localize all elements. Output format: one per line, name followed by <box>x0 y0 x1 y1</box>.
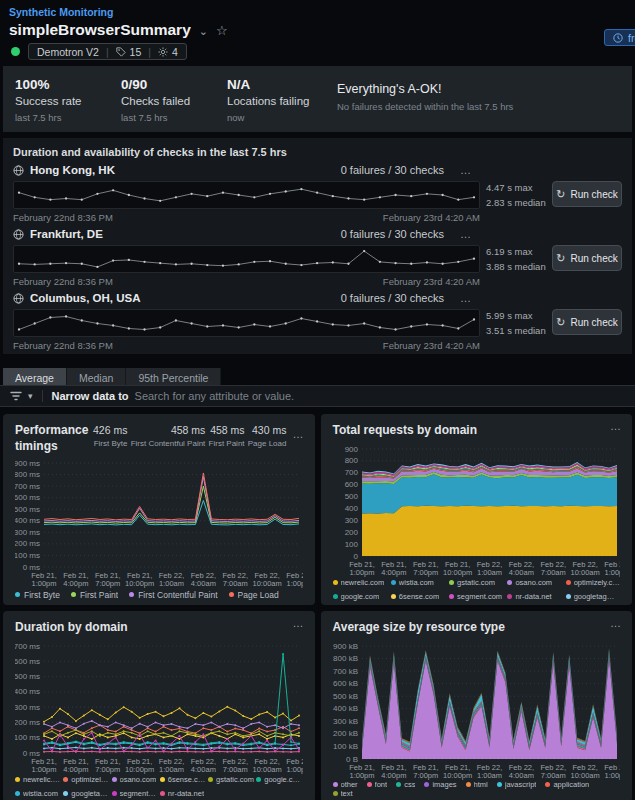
legend-item-gstatic-com[interactable]: gstatic.com <box>449 578 503 587</box>
legend-item-osano-com[interactable]: osano.com <box>507 578 561 587</box>
legend-item-googletag-com[interactable]: googletag.com <box>63 789 109 798</box>
time-picker-button[interactable]: fro <box>604 29 635 46</box>
legend-item-nr-data-net[interactable]: nr-data.net <box>160 789 206 798</box>
stat-sub: last 7.5 hrs <box>15 112 121 123</box>
legend-item-optimizely-com[interactable]: optimizely.com <box>63 775 109 784</box>
legend-dot <box>71 592 76 597</box>
svg-text:900: 900 <box>344 445 358 454</box>
divider <box>42 390 43 402</box>
legend-item-page-load[interactable]: Page Load <box>229 590 279 600</box>
legend-item-first-byte[interactable]: First Byte <box>15 590 60 600</box>
size-by-resource-chart[interactable]: 900 kB800 kB700 kB600 kB500 kB400 kB300 … <box>333 641 621 780</box>
legend-label: css <box>404 780 415 789</box>
location-sparkline[interactable] <box>13 181 480 209</box>
legend-item-osano-com[interactable]: osano.com <box>112 775 158 784</box>
panel-performance-timings: … Performance timings 426 msFirst Byte45… <box>3 414 315 605</box>
svg-text:4:00pm: 4:00pm <box>63 579 88 588</box>
performance-timings-chart[interactable]: 900 ms800 ms700 ms600 ms500 ms400 ms300 … <box>15 458 303 588</box>
panel-menu-button[interactable]: … <box>610 420 622 432</box>
metadata-count[interactable]: 4 <box>158 46 178 58</box>
favorite-star-button[interactable]: ☆ <box>216 23 228 38</box>
max-duration: 6.19 s max <box>486 246 546 257</box>
status-message-title: Everything's A-OK! <box>337 82 513 96</box>
legend-item-google-com[interactable]: google.com <box>256 775 302 784</box>
run-check-button[interactable]: ↻Run check <box>552 181 622 207</box>
legend-item-6sense-com[interactable]: 6sense.com <box>391 592 445 601</box>
tags-count[interactable]: 15 <box>116 46 142 58</box>
legend-item-6sense-com[interactable]: 6sense.com <box>160 775 206 784</box>
panel-menu-button[interactable]: … <box>610 617 622 629</box>
svg-text:7:00pm: 7:00pm <box>95 765 120 774</box>
legend-item-gstatic-com[interactable]: gstatic.com <box>208 775 254 784</box>
panel-title: Duration by domain <box>15 620 303 634</box>
location-sparkline[interactable] <box>13 309 480 337</box>
legend-dot <box>63 791 68 796</box>
legend-item-googletagman-com[interactable]: googletagman.com <box>566 592 620 601</box>
legend-item-first-paint[interactable]: First Paint <box>71 590 118 600</box>
legend-item-google-com[interactable]: google.com <box>333 592 387 601</box>
legend-item-javascript[interactable]: javascript <box>497 780 537 789</box>
total-requests-chart[interactable]: 9008007006005004003002001000Feb 21,1:00p… <box>333 444 621 577</box>
legend-item-application[interactable]: application <box>545 780 589 789</box>
account-name[interactable]: Demotron V2 <box>37 46 99 58</box>
spark-start-time: February 22nd 8:36 PM <box>13 212 113 222</box>
panel-duration-by-domain: … Duration by domain 700 ms600 ms500 ms4… <box>3 611 315 800</box>
funnel-icon[interactable] <box>10 391 22 401</box>
legend-label: gstatic.com <box>216 775 254 784</box>
svg-text:600: 600 <box>344 480 358 489</box>
spark-start-time: February 22nd 8:36 PM <box>13 340 113 350</box>
tab-95th-percentile[interactable]: 95th Percentile <box>126 368 221 385</box>
legend-dot <box>229 592 234 597</box>
legend-item-newrelic-com[interactable]: newrelic.com <box>15 775 61 784</box>
median-duration: 3.51 s median <box>486 325 546 336</box>
svg-text:1:00pm: 1:00pm <box>349 771 374 780</box>
location-menu-button[interactable]: … <box>460 294 472 302</box>
legend-dot <box>63 777 68 782</box>
legend-label: other <box>341 780 358 789</box>
legend-item-text[interactable]: text <box>333 789 353 798</box>
legend-item-segment-com[interactable]: segment.com <box>112 789 158 798</box>
location-sparkline[interactable] <box>13 245 480 273</box>
filter-chevron-down-icon[interactable]: ▾ <box>28 391 33 401</box>
title-chevron-down-icon[interactable]: ⌄ <box>199 25 208 38</box>
stat-value: 0/90 <box>121 77 227 92</box>
svg-text:10:00am: 10:00am <box>253 765 282 774</box>
perf-stat: 458 msFirst Contentful Paint <box>131 424 206 454</box>
metadata-count-value: 4 <box>172 46 178 58</box>
duration-by-domain-chart[interactable]: 700 ms600 ms500 ms400 ms300 ms200 ms100 … <box>15 641 303 774</box>
legend-item-wistia-com[interactable]: wistia.com <box>391 578 445 587</box>
panel-menu-button[interactable]: … <box>293 428 305 440</box>
legend-item-first-contentful-paint[interactable]: First Contentful Paint <box>129 590 217 600</box>
legend-dot <box>129 592 134 597</box>
legend-item-newrelic-com[interactable]: newrelic.com <box>333 578 387 587</box>
filter-search-input[interactable]: Search for any attribute or value. <box>135 390 295 402</box>
svg-text:400 kB: 400 kB <box>333 704 358 713</box>
legend-label: font <box>375 780 388 789</box>
legend-item-nr-data-net[interactable]: nr-data.net <box>507 592 561 601</box>
svg-text:900 kB: 900 kB <box>333 642 358 651</box>
tab-average[interactable]: Average <box>3 368 67 385</box>
run-check-button[interactable]: ↻Run check <box>552 309 622 335</box>
stat-sub: last 7.5 hrs <box>121 112 227 123</box>
run-check-button[interactable]: ↻Run check <box>552 245 622 271</box>
svg-text:1:00pm: 1:00pm <box>31 765 56 774</box>
tag-icon <box>116 47 126 57</box>
legend-item-wistia-com[interactable]: wistia.com <box>15 789 61 798</box>
location-row: Columbus, OH, USA 0 failures / 30 checks… <box>13 286 622 350</box>
legend-item-css[interactable]: css <box>396 780 415 789</box>
panel-menu-button[interactable]: … <box>293 617 305 629</box>
legend-item-optimizely-com[interactable]: optimizely.com <box>566 578 620 587</box>
breadcrumb-synthetic-monitoring[interactable]: Synthetic Monitoring <box>9 6 113 18</box>
filter-bar[interactable]: ▾ Narrow data to Search for any attribut… <box>0 385 635 407</box>
location-menu-button[interactable]: … <box>460 166 472 174</box>
legend-item-font[interactable]: font <box>367 780 388 789</box>
tab-median[interactable]: Median <box>67 368 126 385</box>
location-stats: 4.47 s max2.83 s median <box>486 158 546 222</box>
legend-item-other[interactable]: other <box>333 780 358 789</box>
svg-text:700: 700 <box>344 468 358 477</box>
legend-item-html[interactable]: html <box>466 780 488 789</box>
location-menu-button[interactable]: … <box>460 230 472 238</box>
legend-item-segment-com[interactable]: segment.com <box>449 592 503 601</box>
svg-text:7:00am: 7:00am <box>540 771 565 780</box>
legend-item-images[interactable]: images <box>424 780 456 789</box>
